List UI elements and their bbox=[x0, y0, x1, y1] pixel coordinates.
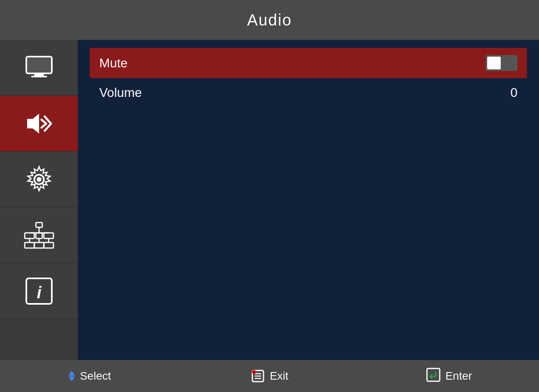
svg-rect-11 bbox=[44, 233, 53, 238]
mute-toggle[interactable] bbox=[486, 55, 517, 71]
volume-row[interactable]: Volume 0 bbox=[90, 78, 527, 107]
svg-rect-15 bbox=[25, 242, 34, 248]
exit-button[interactable]: Exit bbox=[230, 369, 309, 383]
svg-text:i: i bbox=[37, 283, 42, 302]
display-icon bbox=[23, 52, 55, 84]
svg-rect-17 bbox=[44, 242, 53, 248]
svg-point-5 bbox=[37, 177, 41, 182]
volume-value: 0 bbox=[510, 85, 517, 100]
select-label: Select bbox=[80, 370, 111, 382]
content-area: Mute Volume 0 bbox=[78, 40, 539, 360]
svg-rect-16 bbox=[34, 242, 44, 248]
header: Audio bbox=[0, 0, 539, 40]
svg-point-24 bbox=[252, 370, 256, 374]
enter-icon bbox=[426, 368, 441, 385]
mute-label: Mute bbox=[99, 56, 128, 71]
sidebar-item-display[interactable] bbox=[0, 40, 78, 96]
svg-rect-6 bbox=[36, 223, 42, 227]
svg-marker-4 bbox=[27, 114, 39, 134]
exit-label: Exit bbox=[270, 370, 289, 382]
select-button[interactable]: Select bbox=[50, 370, 130, 382]
footer: Select Exit Enter bbox=[0, 360, 539, 392]
svg-rect-1 bbox=[34, 73, 44, 76]
sidebar-item-network[interactable] bbox=[0, 207, 78, 263]
svg-rect-3 bbox=[27, 57, 51, 73]
sidebar-item-settings[interactable] bbox=[0, 152, 78, 207]
svg-rect-25 bbox=[427, 368, 440, 381]
enter-button[interactable]: Enter bbox=[409, 368, 489, 385]
info-icon: i bbox=[23, 275, 55, 307]
page-title: Audio bbox=[247, 11, 292, 29]
toggle-knob bbox=[487, 57, 501, 69]
network-icon bbox=[23, 219, 55, 251]
svg-rect-2 bbox=[31, 76, 47, 77]
main-area: i Mute Volume 0 bbox=[0, 40, 539, 360]
audio-icon bbox=[23, 108, 55, 140]
exit-icon bbox=[251, 369, 265, 383]
sidebar-item-info[interactable]: i bbox=[0, 263, 78, 319]
mute-row[interactable]: Mute bbox=[90, 48, 527, 78]
enter-label: Enter bbox=[445, 370, 472, 382]
svg-rect-10 bbox=[36, 233, 42, 238]
sidebar: i bbox=[0, 40, 78, 360]
up-down-arrow-icon bbox=[69, 371, 75, 381]
settings-icon bbox=[23, 163, 55, 195]
svg-rect-9 bbox=[25, 233, 34, 238]
volume-label: Volume bbox=[99, 85, 142, 100]
sidebar-item-audio[interactable] bbox=[0, 96, 78, 152]
